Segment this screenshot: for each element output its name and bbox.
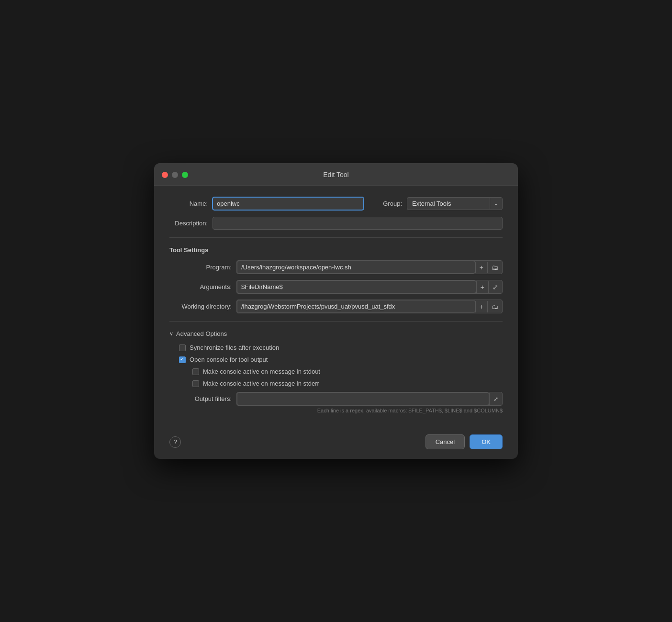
working-directory-folder-button[interactable]: 🗂: [487, 301, 502, 312]
plus-icon: +: [481, 283, 484, 291]
expand-icon: ⤢: [493, 283, 498, 291]
edit-tool-dialog: Edit Tool Name: Group: External Tools ⌄ …: [154, 163, 518, 459]
output-filters-expand-button[interactable]: ⤢: [489, 393, 502, 405]
title-bar: Edit Tool: [154, 163, 518, 186]
folder-icon: 🗂: [492, 303, 498, 311]
synchronize-checkbox[interactable]: [179, 344, 186, 351]
arguments-add-button[interactable]: +: [476, 281, 488, 293]
tool-settings-title: Tool Settings: [169, 246, 503, 254]
arguments-input[interactable]: [237, 280, 476, 293]
make-console-stderr-row: Make console active on message in stderr: [192, 380, 503, 387]
program-folder-button[interactable]: 🗂: [487, 262, 502, 273]
chevron-down-icon: ⌄: [494, 200, 498, 206]
working-directory-label: Working directory:: [169, 303, 232, 310]
help-icon: ?: [173, 438, 177, 445]
synchronize-label: Synchronize files after execution: [190, 344, 279, 351]
make-console-stdout-label: Make console active on message in stdout: [203, 368, 320, 375]
description-row: Description:: [169, 217, 503, 230]
open-console-label: Open console for tool output: [190, 356, 268, 363]
chevron-icon: ∨: [169, 331, 173, 337]
arguments-input-wrapper: + ⤢: [236, 280, 503, 294]
group-dropdown-button[interactable]: ⌄: [490, 198, 502, 209]
traffic-lights: [162, 172, 188, 178]
dialog-title: Edit Tool: [323, 171, 348, 178]
open-console-checkbox[interactable]: [179, 356, 186, 363]
output-filters-input-wrapper: ⤢: [236, 392, 503, 406]
expand-icon: ⤢: [493, 396, 498, 402]
make-console-stdout-checkbox[interactable]: [192, 368, 199, 375]
plus-icon: +: [480, 303, 483, 311]
program-input-wrapper: + 🗂: [236, 260, 503, 274]
arguments-label: Arguments:: [169, 283, 232, 290]
synchronize-row: Synchronize files after execution: [179, 344, 503, 351]
footer-actions: Cancel OK: [426, 434, 503, 449]
description-label: Description:: [169, 220, 208, 227]
dialog-content: Name: Group: External Tools ⌄ Descriptio…: [154, 186, 518, 423]
cancel-button[interactable]: Cancel: [426, 434, 465, 449]
ok-button[interactable]: OK: [470, 434, 503, 449]
open-console-row: Open console for tool output: [179, 356, 503, 363]
group-select-wrapper: External Tools ⌄: [407, 197, 503, 210]
name-label: Name:: [169, 200, 208, 207]
divider-2: [169, 321, 503, 322]
advanced-options-section: ∨ Advanced Options Synchronize files aft…: [169, 330, 503, 413]
group-label: Group:: [378, 200, 402, 207]
description-input[interactable]: [213, 217, 503, 230]
working-directory-input[interactable]: [237, 300, 475, 313]
divider-1: [169, 237, 503, 238]
make-console-stderr-label: Make console active on message in stderr: [203, 380, 319, 387]
name-group-row: Name: Group: External Tools ⌄: [169, 197, 503, 210]
folder-icon: 🗂: [492, 264, 498, 271]
working-directory-add-button[interactable]: +: [475, 301, 487, 312]
close-button[interactable]: [162, 172, 168, 178]
hint-text: Each line is a regex, available macros: …: [169, 408, 503, 413]
output-filters-row: Output filters: ⤢: [179, 392, 503, 406]
name-input[interactable]: [213, 197, 364, 210]
program-add-button[interactable]: +: [475, 262, 487, 273]
make-console-stderr-checkbox[interactable]: [192, 380, 199, 387]
advanced-options-title: Advanced Options: [176, 330, 227, 337]
program-row: Program: + 🗂: [169, 260, 503, 274]
program-label: Program:: [169, 264, 232, 271]
advanced-options-header[interactable]: ∨ Advanced Options: [169, 330, 503, 337]
arguments-expand-button[interactable]: ⤢: [488, 281, 502, 293]
help-button[interactable]: ?: [169, 436, 181, 448]
working-directory-row: Working directory: + 🗂: [169, 300, 503, 313]
make-console-stdout-row: Make console active on message in stdout: [192, 368, 503, 375]
output-filters-input[interactable]: [237, 392, 489, 405]
group-select-value: External Tools: [407, 198, 490, 210]
working-directory-input-wrapper: + 🗂: [236, 300, 503, 313]
minimize-button[interactable]: [172, 172, 178, 178]
dialog-footer: ? Cancel OK: [154, 427, 518, 459]
arguments-row: Arguments: + ⤢: [169, 280, 503, 294]
maximize-button[interactable]: [182, 172, 188, 178]
plus-icon: +: [480, 264, 483, 271]
output-filters-label: Output filters:: [179, 395, 232, 402]
program-input[interactable]: [237, 261, 475, 274]
